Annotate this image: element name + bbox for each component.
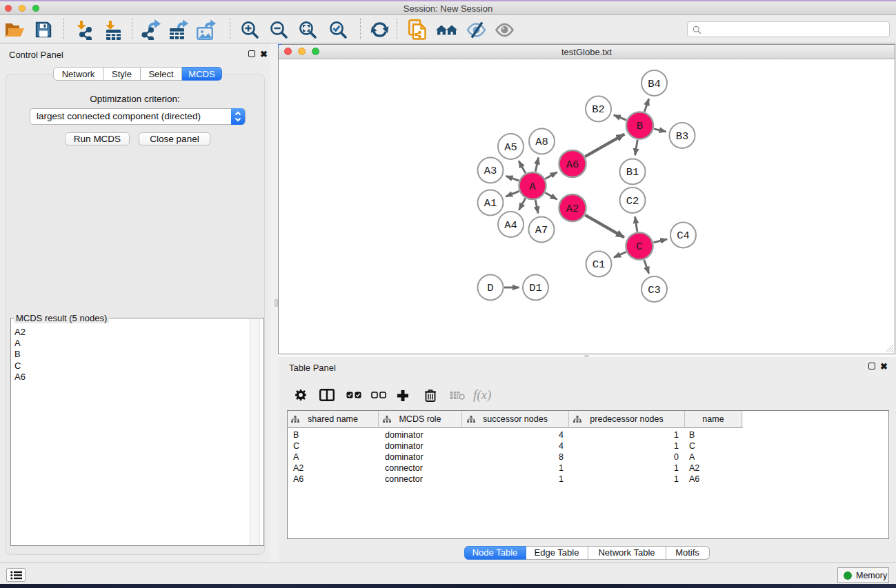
svg-text:A6: A6 xyxy=(566,159,579,171)
svg-text:A1: A1 xyxy=(484,197,497,210)
svg-text:A: A xyxy=(529,181,536,193)
svg-text:B1: B1 xyxy=(626,166,639,179)
svg-text:C1: C1 xyxy=(593,258,606,271)
svg-text:C3: C3 xyxy=(648,284,661,296)
svg-text:B: B xyxy=(637,120,643,132)
svg-text:B3: B3 xyxy=(676,130,689,143)
svg-text:A4: A4 xyxy=(504,219,517,232)
svg-text:C2: C2 xyxy=(626,195,639,207)
svg-text:D: D xyxy=(487,282,493,294)
svg-text:A3: A3 xyxy=(484,165,497,177)
svg-text:B2: B2 xyxy=(592,103,605,116)
svg-text:A7: A7 xyxy=(535,224,548,236)
svg-text:A2: A2 xyxy=(566,203,579,215)
svg-text:A5: A5 xyxy=(504,141,517,154)
svg-text:C4: C4 xyxy=(677,230,690,242)
svg-text:B4: B4 xyxy=(648,78,661,90)
svg-text:D1: D1 xyxy=(529,282,542,294)
svg-text:A8: A8 xyxy=(535,136,548,148)
svg-text:C: C xyxy=(636,241,642,253)
